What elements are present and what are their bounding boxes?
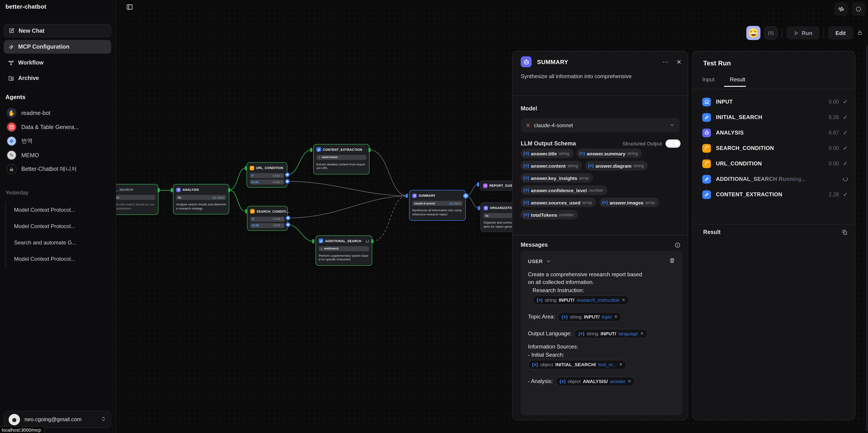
tool-chip: webSearch [116,195,155,200]
edit-button[interactable]: Edit [828,26,853,39]
chevron-down-icon [546,259,551,264]
robot-icon [484,206,488,210]
workflow-emoji-button[interactable]: ✕ ✕ [746,26,761,40]
run-button[interactable]: Run [786,26,820,39]
workflow-icon [8,60,14,66]
message-card: USER Create a comprehensive research rep… [521,251,682,415]
mcp-icon [8,44,14,50]
test-run-row-analysis[interactable]: ANALYSIS 6.67✓ [702,125,847,140]
test-run-row-additional-search[interactable]: ADDITIONAL_SEARCH Running... [702,171,847,187]
remove-chip-icon[interactable]: ✕ [614,314,618,320]
tab-result[interactable]: Result [730,76,745,83]
play-icon [794,30,799,36]
node-search-condition[interactable]: SEARCH_CONDITI... IFCASE 1 ELSECASE 2 [247,206,288,231]
test-run-row-content-extraction[interactable]: CONTENT_EXTRACTION 2.28✓ [702,187,847,202]
agent-item-translate[interactable]: ❖ 번역 [4,134,111,148]
variable-chip[interactable]: (×)stringINPUT/language✕ [574,329,648,339]
node-initial-search[interactable]: INITIAL_SEARCH webSearch Perform initial… [116,184,158,215]
schema-chip[interactable]: (×)answer.titlestring [521,149,574,158]
test-run-row-input[interactable]: INPUT 0.00✓ [702,94,847,110]
model-select[interactable]: ✳ claude-4-sonnet [521,118,680,132]
agent-item-manager[interactable]: ☠ Better-Chatbot 매니저 [4,162,111,176]
remove-chip-icon[interactable]: ✕ [640,331,644,337]
variable-chip[interactable]: (×)objectANALYSIS/answer✕ [555,377,635,386]
node-summary[interactable]: SUMMARY claude-4-sonnet(×)object Synthes… [409,190,466,221]
condition-case-1[interactable]: IFCASE 1 [250,173,284,178]
schema-chip[interactable]: (×)totalTokensnumber [521,210,578,220]
app-title: better-chatbot [5,3,46,10]
copy-icon[interactable] [842,229,847,235]
active-tab-underline [724,86,746,87]
node-content-extraction[interactable]: CONTENT_EXTRACTION webContent Extract de… [313,144,370,174]
node-title: INITIAL_SEARCH [116,188,133,191]
chevrons-up-down-icon [101,415,106,424]
history-item[interactable]: Model Context Protocol... [14,251,111,267]
avatar: ☻ [9,414,20,425]
remove-chip-icon[interactable]: ✕ [622,297,625,303]
schema-chip[interactable]: (×)answer.confidence_levelnumber [521,185,608,195]
sidebar-item-workflow[interactable]: Workflow [4,56,111,69]
agent-name: Data & Table Genera... [21,124,79,130]
agent-item-data-table[interactable]: ⚄ Data & Table Genera... [4,120,111,134]
node-description: Synthesize all information into comprehe… [412,208,463,217]
test-run-row-initial-search[interactable]: INITIAL_SEARCH 8.26✓ [702,110,847,125]
agents-section-label: Agents [5,94,111,100]
wrench-icon [319,238,323,243]
variable-chip[interactable]: (×)stringINPUT/research_instruction✕ [532,295,629,305]
split-icon [702,144,711,152]
toolbar-divider [824,28,824,37]
claude-logo-icon: ✳ [526,122,530,128]
condition-case-1[interactable]: IFCASE 1 [250,216,285,222]
variable-chip[interactable]: (×)stringINPUT/topic✕ [558,312,622,322]
node-title: REPORT_GUIDE [489,184,516,187]
variable-chip[interactable]: (×)objectINITIAL_SEARCH/tool_re...✕ [528,360,627,369]
nav-label: MCP Configuration [18,44,69,50]
schema-chip[interactable]: (×)answer.contentstring [521,161,582,170]
condition-case-2[interactable]: ELSECASE 2 [250,179,284,184]
sidebar: better-chatbot New Chat MCP Configuratio… [0,0,116,433]
schema-chip[interactable]: (×)answer.key_insightsarray [521,173,593,183]
agent-avatar: ❖ [6,136,17,146]
scrollbar[interactable] [866,46,868,431]
condition-case-2[interactable]: ELSECASE 2 [250,223,285,228]
wrench-icon [702,175,711,183]
model-section-label: Model [521,106,537,112]
close-button[interactable]: ✕ [676,58,681,65]
remove-chip-icon[interactable]: ✕ [628,378,631,384]
node-additional-search[interactable]: ADDITIONAL_SEARCH webSearch Perform supp… [315,235,372,266]
message-text: Information Sources: [528,343,675,351]
structured-output-toggle[interactable] [665,140,681,148]
agent-item-memo[interactable]: ✎ MEMO [4,148,111,162]
variables-button[interactable]: |0| [765,26,778,39]
user-menu[interactable]: ☻ neo.cgoing@gmail.com [4,411,111,428]
sidebar-toggle-button[interactable] [126,4,133,12]
split-icon [250,209,255,213]
history-item[interactable]: Model Context Protocol... [14,202,111,218]
delete-message-button[interactable] [669,257,675,265]
node-analysis[interactable]: ANALYSIS 4o(×)object Analyze search resu… [173,184,229,214]
more-menu-button[interactable]: ⋯ [662,58,668,65]
schema-chip[interactable]: (×)answer.sources_usedarray [521,198,596,207]
agent-avatar: ⚄ [6,122,17,132]
history-item[interactable]: Search and automate G... [14,234,111,251]
schema-chip[interactable]: (×)answer.diagramstring [585,161,648,170]
sidebar-item-mcp-configuration[interactable]: MCP Configuration [4,40,111,54]
tab-input[interactable]: Input [702,76,714,83]
schema-chip[interactable]: (×)answer.summarystring [577,149,642,158]
sidebar-item-archive[interactable]: Archive [4,72,111,85]
sidebar-item-new-chat[interactable]: New Chat [4,24,111,37]
test-run-row-url-condition[interactable]: URL_CONDITION 0.00✓ [702,156,847,171]
schema-chip[interactable]: (×)answer.imagesarray [599,198,659,207]
remove-chip-icon[interactable]: ✕ [619,362,623,368]
message-text: Output Language: [528,330,571,338]
node-url-condition[interactable]: URL_CONDITION IFCASE 1 ELSECASE 2 [247,162,287,187]
voice-chat-button[interactable] [834,2,848,16]
nav-label: Workflow [18,59,43,66]
agent-item-readme-bot[interactable]: ✋ readme-bot [4,106,111,120]
folder-search-icon [8,75,14,81]
test-run-row-search-condition[interactable]: SEARCH_CONDITION 0.00✓ [702,140,847,156]
temporary-chat-button[interactable] [851,2,865,16]
message-role-select[interactable]: USER [528,259,551,264]
history-item[interactable]: Model Context Protocol... [14,218,111,234]
message-text: Research Instruction: [528,287,675,295]
